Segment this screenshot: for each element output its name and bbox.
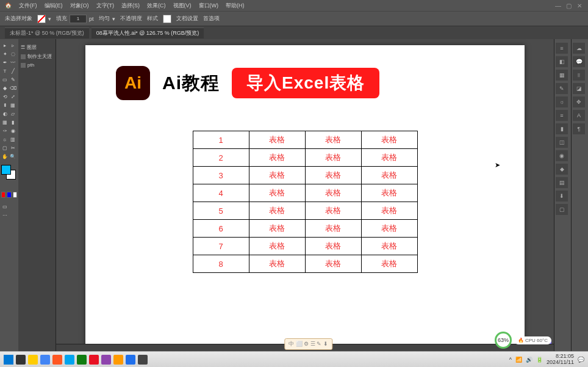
brushes-icon[interactable]: ✎ — [556, 83, 568, 94]
opacity-label[interactable]: 不透明度 — [120, 15, 142, 23]
stroke-width-input[interactable] — [70, 15, 87, 23]
eraser-tool[interactable]: ⌫ — [9, 84, 16, 92]
gradient-tool[interactable]: ▮ — [9, 118, 16, 126]
layers-icon[interactable]: ▤ — [556, 177, 568, 188]
scale-tool[interactable]: ⤢ — [9, 93, 16, 100]
swatch-blue[interactable] — [7, 192, 11, 198]
graph-tool[interactable]: ▥ — [9, 136, 16, 143]
rect-tool[interactable]: ▭ — [1, 76, 9, 83]
hand-tool[interactable]: ✋ — [1, 153, 9, 160]
menu-view[interactable]: 视图(V) — [173, 2, 192, 10]
appearance-icon[interactable]: ◉ — [556, 150, 568, 161]
graphic-styles-icon[interactable]: ◆ — [556, 164, 568, 175]
minimize-button[interactable]: — — [555, 2, 561, 9]
gradient-icon[interactable]: ▮ — [556, 123, 568, 134]
menu-object[interactable]: 对象(O) — [70, 2, 89, 10]
mesh-tool[interactable]: ▦ — [1, 118, 9, 126]
home-icon[interactable]: 🏠 — [5, 2, 12, 9]
type-tool[interactable]: T — [1, 67, 9, 74]
tab-1[interactable]: 未标题-1* @ 50 % (RGB/预览) — [5, 27, 89, 38]
menu-window[interactable]: 窗口(W) — [199, 2, 219, 10]
foreground-color[interactable] — [1, 165, 11, 175]
task-search-icon[interactable] — [16, 355, 26, 365]
asset-export-icon[interactable]: ⬇ — [556, 191, 568, 202]
chevron-down-icon[interactable]: ▾ — [48, 16, 51, 22]
align-icon[interactable]: ⫴ — [573, 70, 585, 81]
chevron-down-icon[interactable]: ▾ — [112, 16, 115, 22]
task-explorer-icon[interactable] — [28, 355, 38, 365]
brush-tool[interactable]: ✎ — [9, 76, 16, 83]
comments-icon[interactable]: 💬 — [573, 56, 585, 67]
doc-setup-button[interactable]: 文档设置 — [176, 15, 198, 23]
screen-mode-tool[interactable]: ▭ — [1, 203, 9, 210]
task-illustrator-icon[interactable] — [113, 355, 123, 365]
prefs-button[interactable]: 首选项 — [203, 15, 220, 23]
artboard[interactable]: Ai Ai教程 导入Excel表格 1表格表格表格2表格表格表格3表格表格表格4… — [85, 45, 525, 351]
menu-select[interactable]: 选择(S) — [121, 2, 140, 10]
blend-tool[interactable]: ◉ — [9, 127, 16, 134]
menu-effect[interactable]: 效果(C) — [147, 2, 166, 10]
properties-icon[interactable]: ≡ — [556, 43, 568, 54]
style-swatch[interactable] — [163, 15, 171, 23]
artboards-icon[interactable]: ▢ — [556, 204, 568, 215]
maximize-button[interactable]: ▢ — [566, 2, 572, 9]
cpu-temp-badge[interactable]: 🔥CPU 60°C — [514, 336, 551, 344]
layer-item[interactable]: 制作主天涯 — [21, 52, 53, 61]
tray-wifi-icon[interactable]: 📶 — [515, 357, 522, 363]
tab-2[interactable]: 08幕平洗人性.ai* @ 126.75 % (RGB/预览) — [91, 27, 204, 38]
curvature-tool[interactable]: 〰 — [9, 59, 16, 66]
swatch-red[interactable] — [1, 192, 5, 198]
wand-tool[interactable]: ✦ — [1, 50, 9, 57]
canvas-area[interactable]: Ai Ai教程 导入Excel表格 1表格表格表格2表格表格表格3表格表格表格4… — [56, 39, 554, 351]
color-picker[interactable] — [1, 165, 16, 180]
task-chrome-icon[interactable] — [40, 355, 50, 365]
rotate-tool[interactable]: ⟲ — [1, 93, 9, 100]
swatch-white[interactable] — [13, 192, 17, 198]
selection-tool[interactable]: ▸ — [1, 42, 9, 49]
transparency-icon[interactable]: ◫ — [556, 137, 568, 148]
artboard-tool[interactable]: ▢ — [1, 144, 9, 151]
layer-item[interactable]: pth — [21, 61, 53, 69]
task-app-icon[interactable] — [77, 355, 87, 365]
tray-volume-icon[interactable]: 🔊 — [526, 357, 532, 363]
pathfinder-icon[interactable]: ◪ — [573, 83, 585, 94]
transform-icon[interactable]: ✥ — [573, 96, 585, 107]
task-app-icon[interactable] — [101, 355, 111, 365]
char-icon[interactable]: A — [573, 110, 585, 121]
swatches-icon[interactable]: ▦ — [556, 70, 568, 81]
free-transform-tool[interactable]: ▦ — [9, 101, 16, 109]
cpu-pct-badge[interactable]: 63% — [495, 332, 512, 349]
width-tool[interactable]: ⬍ — [1, 101, 9, 109]
eyedropper-tool[interactable]: ✑ — [1, 127, 9, 134]
direct-select-tool[interactable]: ▹ — [9, 42, 16, 49]
task-app-icon[interactable] — [138, 355, 148, 365]
zoom-tool[interactable]: 🔍 — [9, 153, 16, 160]
menu-help[interactable]: 帮助(H) — [226, 2, 245, 10]
clock[interactable]: 8:21:05 2024/11/11 — [547, 354, 574, 366]
menu-file[interactable]: 文件(F) — [19, 2, 37, 10]
libraries-icon[interactable]: ☁ — [573, 43, 585, 54]
task-app-icon[interactable] — [52, 355, 62, 365]
color-icon[interactable]: ◧ — [556, 56, 568, 67]
fill-swatch[interactable] — [37, 15, 46, 23]
task-app-icon[interactable] — [65, 355, 74, 365]
slice-tool[interactable]: ✂ — [9, 144, 16, 151]
line-tool[interactable]: ╱ — [9, 67, 16, 74]
pen-tool[interactable]: ✒ — [1, 59, 9, 66]
shape-builder-tool[interactable]: ◐ — [1, 110, 9, 117]
start-button[interactable] — [4, 355, 13, 365]
edit-toolbar[interactable]: ⋯ — [1, 211, 9, 219]
symbols-icon[interactable]: ☼ — [556, 96, 568, 107]
perspective-tool[interactable]: ▱ — [9, 110, 16, 117]
style-label[interactable]: 样式 — [147, 15, 158, 23]
notifications-icon[interactable]: 💬 — [578, 357, 584, 363]
lasso-tool[interactable]: ◌ — [9, 50, 16, 57]
tray-up-icon[interactable]: ^ — [509, 357, 512, 363]
close-button[interactable]: ✕ — [577, 2, 583, 9]
menu-edit[interactable]: 编辑(E) — [45, 2, 63, 10]
tray-battery-icon[interactable]: 🔋 — [536, 357, 543, 363]
task-app-icon[interactable] — [89, 355, 99, 365]
task-app-icon[interactable] — [126, 355, 135, 365]
para-icon[interactable]: ¶ — [573, 123, 585, 134]
symbol-tool[interactable]: ☼ — [1, 136, 9, 143]
